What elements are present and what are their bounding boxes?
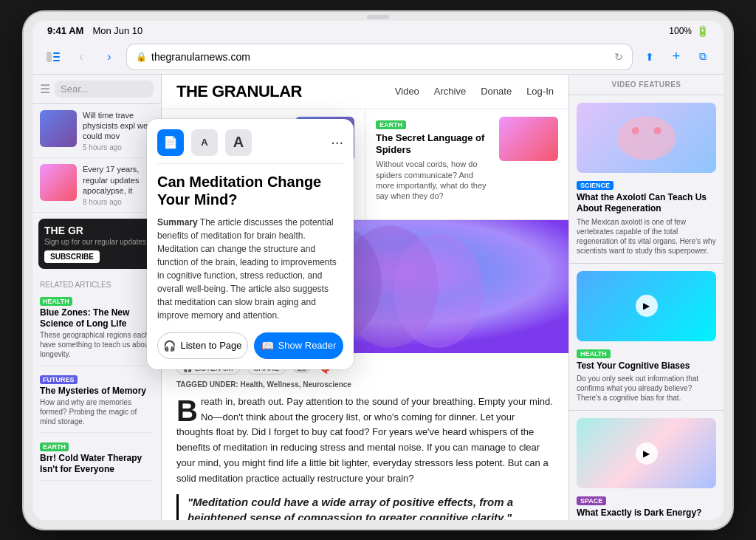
summary-content: The article discusses the potential bene…	[157, 217, 337, 321]
font-small-button[interactable]: A	[191, 129, 218, 156]
status-time: 9:41 AM	[47, 25, 83, 36]
sidebar-toggle-button[interactable]	[43, 47, 63, 67]
status-bar: 9:41 AM Mon Jun 10 100% 🔋	[32, 21, 724, 40]
reader-icon-button[interactable]: 📄	[157, 129, 184, 156]
reader-popup: 📄 A A ··· Can Meditation Change Your Min…	[147, 119, 354, 369]
svg-rect-0	[47, 52, 52, 62]
status-right: 100% 🔋	[669, 25, 709, 37]
add-tab-button[interactable]: +	[666, 47, 687, 67]
reader-label: Show Reader	[278, 340, 337, 351]
more-options-button[interactable]: ···	[331, 134, 343, 151]
reload-button[interactable]: ↻	[614, 51, 623, 63]
svg-rect-1	[53, 52, 60, 54]
font-large-button[interactable]: A	[225, 129, 252, 156]
battery-icon: 🔋	[696, 25, 709, 37]
ipad-screen: 9:41 AM Mon Jun 10 100% 🔋	[32, 21, 724, 520]
reader-icon: 📄	[163, 135, 178, 149]
svg-rect-3	[53, 60, 60, 61]
headphones-icon: 🎧	[163, 340, 176, 352]
ipad-frame: 9:41 AM Mon Jun 10 100% 🔋	[24, 12, 732, 529]
address-bar[interactable]: 🔒 thegranularnews.com ↻	[127, 44, 632, 69]
forward-button[interactable]: ›	[99, 47, 120, 67]
popup-summary: Summary The article discusses the potent…	[157, 216, 343, 322]
show-reader-button[interactable]: 📖 Show Reader	[254, 332, 343, 359]
url-text: thegranularnews.com	[151, 51, 250, 63]
lock-icon: 🔒	[136, 52, 147, 62]
status-date: Mon Jun 10	[92, 25, 142, 36]
back-button[interactable]: ‹	[71, 47, 92, 67]
popup-article-title: Can Meditation Change Your Mind?	[157, 173, 343, 208]
browser-chrome: ‹ › 🔒 thegranularnews.com ↻ ⬆ + ⧉	[32, 40, 724, 75]
reader-btn-icon: 📖	[261, 340, 274, 352]
browser-toolbar: ‹ › 🔒 thegranularnews.com ↻ ⬆ + ⧉	[32, 40, 724, 74]
svg-rect-2	[53, 56, 60, 58]
font-small-label: A	[201, 137, 207, 148]
popup-toolbar: 📄 A A ···	[157, 129, 343, 164]
share-button[interactable]: ⬆	[639, 47, 660, 67]
summary-label: Summary	[157, 217, 198, 228]
tabs-button[interactable]: ⧉	[693, 47, 713, 67]
listen-label: Listen to Page	[180, 340, 241, 351]
font-large-label: A	[233, 134, 244, 151]
toolbar-actions: ⬆ + ⧉	[639, 47, 713, 67]
battery-percent: 100%	[669, 26, 692, 36]
popup-overlay: 📄 A A ··· Can Meditation Change Your Min…	[32, 75, 724, 520]
main-content: ☰ Sear... Will time trave physicists exp…	[32, 75, 724, 520]
popup-actions: 🎧 Listen to Page 📖 Show Reader	[157, 332, 343, 359]
listen-to-page-button[interactable]: 🎧 Listen to Page	[157, 332, 248, 359]
